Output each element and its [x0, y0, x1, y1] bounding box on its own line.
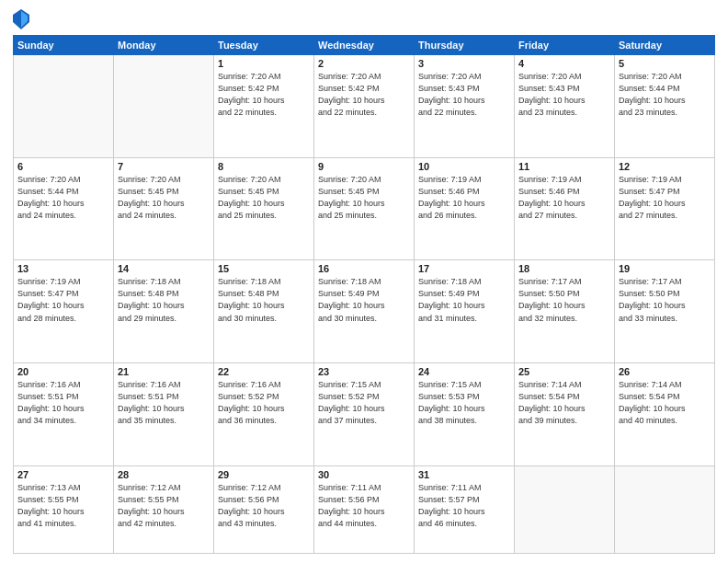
- day-info: Sunrise: 7:12 AM Sunset: 5:56 PM Dayligh…: [218, 482, 310, 530]
- calendar-cell: 20Sunrise: 7:16 AM Sunset: 5:51 PM Dayli…: [14, 363, 114, 466]
- day-number: 16: [318, 263, 410, 274]
- weekday-header: Sunday: [14, 36, 114, 55]
- header: [13, 9, 715, 29]
- calendar-cell: 31Sunrise: 7:11 AM Sunset: 5:57 PM Dayli…: [415, 465, 515, 553]
- calendar-cell: 3Sunrise: 7:20 AM Sunset: 5:43 PM Daylig…: [415, 55, 515, 158]
- calendar-cell: 19Sunrise: 7:17 AM Sunset: 5:50 PM Dayli…: [615, 260, 715, 363]
- calendar-cell: 8Sunrise: 7:20 AM Sunset: 5:45 PM Daylig…: [214, 157, 314, 260]
- day-info: Sunrise: 7:17 AM Sunset: 5:50 PM Dayligh…: [518, 276, 610, 324]
- day-number: 4: [518, 58, 610, 69]
- day-number: 20: [17, 366, 109, 377]
- calendar-cell: 6Sunrise: 7:20 AM Sunset: 5:44 PM Daylig…: [14, 157, 114, 260]
- weekday-header: Wednesday: [314, 36, 415, 55]
- day-info: Sunrise: 7:16 AM Sunset: 5:51 PM Dayligh…: [118, 379, 210, 427]
- weekday-header: Tuesday: [214, 36, 314, 55]
- day-info: Sunrise: 7:11 AM Sunset: 5:56 PM Dayligh…: [318, 482, 410, 530]
- calendar-cell: 24Sunrise: 7:15 AM Sunset: 5:53 PM Dayli…: [415, 363, 515, 466]
- calendar-header-row: SundayMondayTuesdayWednesdayThursdayFrid…: [14, 36, 715, 55]
- calendar-week-row: 1Sunrise: 7:20 AM Sunset: 5:42 PM Daylig…: [14, 55, 715, 158]
- day-info: Sunrise: 7:16 AM Sunset: 5:52 PM Dayligh…: [218, 379, 310, 427]
- calendar-week-row: 27Sunrise: 7:13 AM Sunset: 5:55 PM Dayli…: [14, 465, 715, 553]
- day-info: Sunrise: 7:20 AM Sunset: 5:45 PM Dayligh…: [118, 174, 210, 222]
- day-number: 2: [318, 58, 410, 69]
- calendar-cell: 25Sunrise: 7:14 AM Sunset: 5:54 PM Dayli…: [515, 363, 615, 466]
- day-info: Sunrise: 7:20 AM Sunset: 5:44 PM Dayligh…: [17, 174, 109, 222]
- logo-icon: [13, 9, 29, 29]
- calendar-table: SundayMondayTuesdayWednesdayThursdayFrid…: [13, 35, 715, 554]
- day-number: 25: [518, 366, 610, 377]
- day-number: 17: [418, 263, 510, 274]
- calendar-cell: 30Sunrise: 7:11 AM Sunset: 5:56 PM Dayli…: [314, 465, 415, 553]
- calendar-cell: 28Sunrise: 7:12 AM Sunset: 5:55 PM Dayli…: [114, 465, 214, 553]
- calendar-cell: 4Sunrise: 7:20 AM Sunset: 5:43 PM Daylig…: [515, 55, 615, 158]
- calendar-cell: 15Sunrise: 7:18 AM Sunset: 5:48 PM Dayli…: [214, 260, 314, 363]
- day-info: Sunrise: 7:16 AM Sunset: 5:51 PM Dayligh…: [17, 379, 109, 427]
- day-info: Sunrise: 7:20 AM Sunset: 5:43 PM Dayligh…: [518, 71, 610, 119]
- day-info: Sunrise: 7:20 AM Sunset: 5:42 PM Dayligh…: [318, 71, 410, 119]
- weekday-header: Saturday: [615, 36, 715, 55]
- day-number: 12: [619, 161, 711, 172]
- calendar-week-row: 6Sunrise: 7:20 AM Sunset: 5:44 PM Daylig…: [14, 157, 715, 260]
- calendar-cell: 2Sunrise: 7:20 AM Sunset: 5:42 PM Daylig…: [314, 55, 415, 158]
- calendar-cell: 1Sunrise: 7:20 AM Sunset: 5:42 PM Daylig…: [214, 55, 314, 158]
- day-info: Sunrise: 7:15 AM Sunset: 5:53 PM Dayligh…: [418, 379, 510, 427]
- day-number: 23: [318, 366, 410, 377]
- day-number: 13: [17, 263, 109, 274]
- day-number: 27: [17, 469, 109, 480]
- weekday-header: Thursday: [415, 36, 515, 55]
- calendar-cell: 21Sunrise: 7:16 AM Sunset: 5:51 PM Dayli…: [114, 363, 214, 466]
- day-number: 22: [218, 366, 310, 377]
- day-number: 6: [17, 161, 109, 172]
- calendar-page: SundayMondayTuesdayWednesdayThursdayFrid…: [0, 0, 728, 563]
- calendar-cell: 16Sunrise: 7:18 AM Sunset: 5:49 PM Dayli…: [314, 260, 415, 363]
- day-info: Sunrise: 7:11 AM Sunset: 5:57 PM Dayligh…: [418, 482, 510, 530]
- day-info: Sunrise: 7:18 AM Sunset: 5:49 PM Dayligh…: [418, 276, 510, 324]
- day-info: Sunrise: 7:18 AM Sunset: 5:49 PM Dayligh…: [318, 276, 410, 324]
- day-number: 31: [418, 469, 510, 480]
- day-info: Sunrise: 7:19 AM Sunset: 5:47 PM Dayligh…: [619, 174, 711, 222]
- day-info: Sunrise: 7:12 AM Sunset: 5:55 PM Dayligh…: [118, 482, 210, 530]
- calendar-cell: [114, 55, 214, 158]
- calendar-cell: 7Sunrise: 7:20 AM Sunset: 5:45 PM Daylig…: [114, 157, 214, 260]
- calendar-cell: 14Sunrise: 7:18 AM Sunset: 5:48 PM Dayli…: [114, 260, 214, 363]
- day-number: 15: [218, 263, 310, 274]
- logo: [13, 9, 31, 29]
- calendar-cell: [615, 465, 715, 553]
- calendar-week-row: 13Sunrise: 7:19 AM Sunset: 5:47 PM Dayli…: [14, 260, 715, 363]
- day-number: 29: [218, 469, 310, 480]
- day-info: Sunrise: 7:20 AM Sunset: 5:42 PM Dayligh…: [218, 71, 310, 119]
- day-info: Sunrise: 7:20 AM Sunset: 5:44 PM Dayligh…: [619, 71, 711, 119]
- calendar-cell: 12Sunrise: 7:19 AM Sunset: 5:47 PM Dayli…: [615, 157, 715, 260]
- calendar-cell: 27Sunrise: 7:13 AM Sunset: 5:55 PM Dayli…: [14, 465, 114, 553]
- day-number: 14: [118, 263, 210, 274]
- day-number: 11: [518, 161, 610, 172]
- day-number: 1: [218, 58, 310, 69]
- day-number: 18: [518, 263, 610, 274]
- day-info: Sunrise: 7:19 AM Sunset: 5:46 PM Dayligh…: [418, 174, 510, 222]
- day-info: Sunrise: 7:15 AM Sunset: 5:52 PM Dayligh…: [318, 379, 410, 427]
- calendar-cell: 18Sunrise: 7:17 AM Sunset: 5:50 PM Dayli…: [515, 260, 615, 363]
- day-info: Sunrise: 7:14 AM Sunset: 5:54 PM Dayligh…: [518, 379, 610, 427]
- calendar-cell: 13Sunrise: 7:19 AM Sunset: 5:47 PM Dayli…: [14, 260, 114, 363]
- calendar-cell: 10Sunrise: 7:19 AM Sunset: 5:46 PM Dayli…: [415, 157, 515, 260]
- day-number: 21: [118, 366, 210, 377]
- day-number: 26: [619, 366, 711, 377]
- day-number: 24: [418, 366, 510, 377]
- day-info: Sunrise: 7:13 AM Sunset: 5:55 PM Dayligh…: [17, 482, 109, 530]
- calendar-cell: [515, 465, 615, 553]
- day-info: Sunrise: 7:19 AM Sunset: 5:47 PM Dayligh…: [17, 276, 109, 324]
- day-number: 5: [619, 58, 711, 69]
- day-info: Sunrise: 7:19 AM Sunset: 5:46 PM Dayligh…: [518, 174, 610, 222]
- calendar-cell: 11Sunrise: 7:19 AM Sunset: 5:46 PM Dayli…: [515, 157, 615, 260]
- day-number: 8: [218, 161, 310, 172]
- day-info: Sunrise: 7:18 AM Sunset: 5:48 PM Dayligh…: [118, 276, 210, 324]
- day-number: 30: [318, 469, 410, 480]
- calendar-cell: [14, 55, 114, 158]
- day-number: 28: [118, 469, 210, 480]
- day-number: 9: [318, 161, 410, 172]
- day-info: Sunrise: 7:20 AM Sunset: 5:45 PM Dayligh…: [218, 174, 310, 222]
- day-number: 19: [619, 263, 711, 274]
- calendar-cell: 26Sunrise: 7:14 AM Sunset: 5:54 PM Dayli…: [615, 363, 715, 466]
- day-info: Sunrise: 7:20 AM Sunset: 5:43 PM Dayligh…: [418, 71, 510, 119]
- weekday-header: Monday: [114, 36, 214, 55]
